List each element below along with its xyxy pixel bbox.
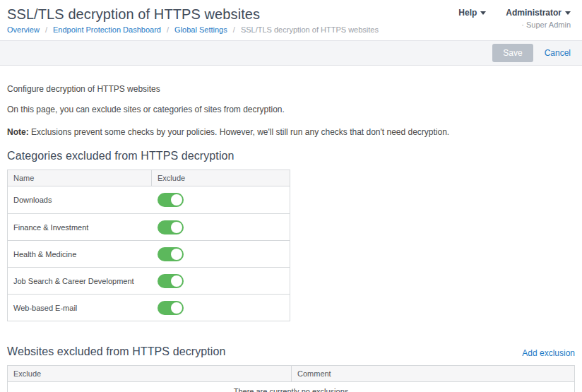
save-button[interactable]: Save xyxy=(492,44,533,62)
empty-state-message: There are currently no exclusions xyxy=(8,382,574,392)
header-right: Help Administrator · Super Admin xyxy=(458,6,571,29)
administrator-menu[interactable]: Administrator xyxy=(506,8,571,18)
exclude-toggle[interactable] xyxy=(158,301,184,315)
websites-table-header: Exclude Comment xyxy=(8,366,574,382)
categories-table: Name Exclude Downloads Finance & Investm… xyxy=(7,170,290,321)
table-row: Downloads xyxy=(8,186,290,213)
help-menu[interactable]: Help xyxy=(458,8,486,18)
category-name: Job Search & Career Development xyxy=(8,277,151,285)
intro-text: Configure decryption of HTTPS websites O… xyxy=(7,66,575,137)
add-exclusion-link[interactable]: Add exclusion xyxy=(522,348,575,358)
action-bar: Save Cancel xyxy=(0,40,582,66)
breadcrumb: Overview / Endpoint Protection Dashboard… xyxy=(7,25,379,34)
cancel-button[interactable]: Cancel xyxy=(545,48,571,58)
administrator-menu-label: Administrator xyxy=(506,8,562,18)
note-text: Exclusions prevent some checks by your p… xyxy=(29,127,450,137)
column-header-name: Name xyxy=(8,170,151,186)
category-name: Web-based E-mail xyxy=(8,304,151,312)
main-content: Configure decryption of HTTPS websites O… xyxy=(0,66,582,392)
intro-note: Note: Exclusions prevent some checks by … xyxy=(7,127,575,137)
category-name: Finance & Investment xyxy=(8,223,151,232)
breadcrumb-separator: / xyxy=(167,25,169,34)
breadcrumb-current-page: SSL/TLS decryption of HTTPS websites xyxy=(241,25,379,34)
breadcrumb-endpoint-protection-dashboard[interactable]: Endpoint Protection Dashboard xyxy=(53,25,161,34)
admin-role-label: · Super Admin xyxy=(521,20,571,29)
header-left: SSL/TLS decryption of HTTPS websites Ove… xyxy=(7,6,379,34)
column-header-comment: Comment xyxy=(291,366,574,381)
breadcrumb-overview[interactable]: Overview xyxy=(7,25,40,34)
intro-line-2: On this page, you can exclude sites or c… xyxy=(7,105,575,114)
categories-table-body: Downloads Finance & Investment Health & … xyxy=(8,186,290,321)
note-label: Note: xyxy=(7,127,29,137)
table-row: Finance & Investment xyxy=(8,213,290,240)
page-title: SSL/TLS decryption of HTTPS websites xyxy=(7,6,379,23)
exclude-toggle[interactable] xyxy=(158,220,184,234)
help-menu-label: Help xyxy=(458,8,477,18)
websites-table: Exclude Comment There are currently no e… xyxy=(7,365,575,392)
categories-section: Categories excluded from HTTPS decryptio… xyxy=(7,150,575,321)
breadcrumb-global-settings[interactable]: Global Settings xyxy=(174,25,227,34)
exclude-toggle[interactable] xyxy=(158,247,184,261)
breadcrumb-separator: / xyxy=(233,25,235,34)
category-name: Downloads xyxy=(8,196,151,204)
chevron-down-icon xyxy=(480,11,486,15)
table-row: Health & Medicine xyxy=(8,240,290,267)
intro-line-1: Configure decryption of HTTPS websites xyxy=(7,84,575,94)
table-row: Job Search & Career Development xyxy=(8,267,290,294)
websites-section: Websites excluded from HTTPS decryption … xyxy=(7,345,575,392)
exclude-toggle[interactable] xyxy=(158,274,184,288)
category-name: Health & Medicine xyxy=(8,250,151,259)
page-header: SSL/TLS decryption of HTTPS websites Ove… xyxy=(0,0,582,40)
column-header-exclude: Exclude xyxy=(151,170,290,186)
categories-section-title: Categories excluded from HTTPS decryptio… xyxy=(7,150,575,162)
column-header-exclude: Exclude xyxy=(8,366,291,381)
categories-table-header: Name Exclude xyxy=(8,170,290,186)
chevron-down-icon xyxy=(565,11,571,15)
table-row: Web-based E-mail xyxy=(8,294,290,321)
websites-section-title: Websites excluded from HTTPS decryption xyxy=(7,345,226,358)
breadcrumb-separator: / xyxy=(45,25,47,34)
exclude-toggle[interactable] xyxy=(158,193,184,207)
